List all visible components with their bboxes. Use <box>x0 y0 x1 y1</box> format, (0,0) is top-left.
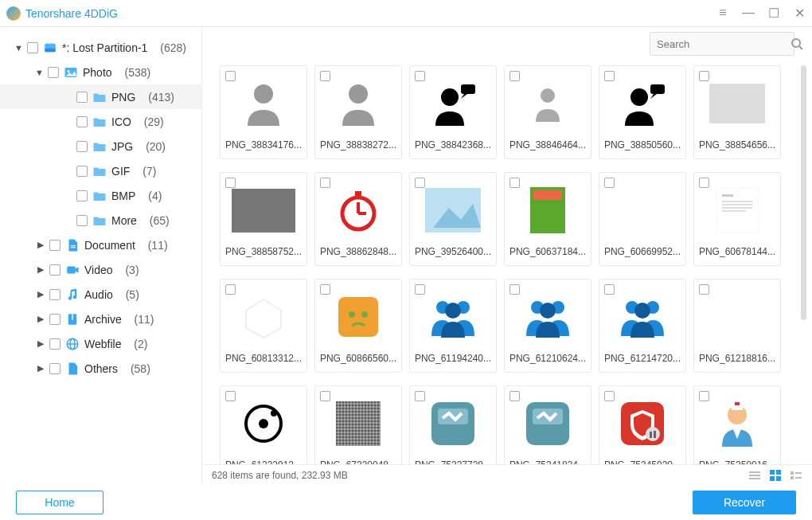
checkbox[interactable] <box>415 391 425 401</box>
chevron-right-icon[interactable]: ▶ <box>37 363 45 373</box>
checkbox[interactable] <box>509 71 520 81</box>
file-tile[interactable]: PNG_60637184... <box>504 172 591 266</box>
file-tile[interactable]: PNG_38834176... <box>220 65 307 159</box>
file-tile[interactable]: PNG_38850560... <box>599 65 686 159</box>
file-tile[interactable]: PNG_38858752... <box>220 172 307 266</box>
checkbox[interactable] <box>225 391 236 401</box>
checkbox[interactable] <box>49 240 61 251</box>
file-tile[interactable]: PNG_39526400... <box>409 172 497 266</box>
grid-view-icon[interactable] <box>769 469 782 482</box>
minimize-icon[interactable]: — <box>742 6 755 21</box>
home-button[interactable]: Home <box>16 491 103 514</box>
chevron-down-icon[interactable]: ▼ <box>35 68 43 77</box>
tree-category[interactable]: ▶Video (3) <box>0 257 201 282</box>
checkbox[interactable] <box>225 284 236 295</box>
detail-view-icon[interactable] <box>790 469 802 482</box>
recover-button[interactable]: Recover <box>693 491 796 514</box>
file-tile[interactable]: PNG_60678144... <box>693 172 781 266</box>
checkbox[interactable] <box>699 71 709 81</box>
checkbox[interactable] <box>76 215 88 226</box>
tree-category[interactable]: ▶Audio (5) <box>0 282 201 307</box>
checkbox[interactable] <box>49 264 61 276</box>
close-icon[interactable]: ✕ <box>793 6 806 21</box>
file-tile[interactable]: PNG_75341824... <box>504 385 591 464</box>
list-view-icon[interactable] <box>748 469 761 482</box>
file-tile[interactable]: PNG_61194240... <box>409 279 497 373</box>
checkbox[interactable] <box>320 391 330 401</box>
checkbox[interactable] <box>76 116 88 127</box>
checkbox[interactable] <box>320 71 330 81</box>
tree-filetype[interactable]: PNG (413) <box>0 84 201 109</box>
file-tile[interactable]: PNG_75337728... <box>409 385 497 464</box>
chevron-right-icon[interactable]: ▶ <box>37 289 45 299</box>
tree-category[interactable]: ▶Document (11) <box>0 233 201 257</box>
file-tile[interactable]: PNG_60866560... <box>314 279 402 373</box>
tree-filetype[interactable]: GIF (7) <box>0 158 201 183</box>
checkbox[interactable] <box>76 141 88 152</box>
svg-rect-76 <box>795 472 802 474</box>
file-tile[interactable]: PNG_38862848... <box>314 172 402 266</box>
file-tile[interactable]: PNG_38846464... <box>504 65 591 159</box>
file-tile[interactable]: PNG_61218816... <box>693 279 781 373</box>
checkbox[interactable] <box>76 166 88 177</box>
file-tile[interactable]: PNG_67330048... <box>314 385 402 464</box>
tree-category[interactable]: ▶Others (58) <box>0 356 201 381</box>
checkbox[interactable] <box>76 190 88 201</box>
tree-filetype[interactable]: JPG (20) <box>0 134 201 158</box>
checkbox[interactable] <box>320 178 330 188</box>
menu-icon[interactable]: ≡ <box>716 6 729 21</box>
tree-filetype[interactable]: More (65) <box>0 208 201 233</box>
chevron-right-icon[interactable]: ▶ <box>37 264 45 275</box>
checkbox[interactable] <box>509 284 520 295</box>
file-tile[interactable]: PNG_38854656... <box>693 65 781 159</box>
file-tile[interactable]: PNG_61214720... <box>599 279 686 373</box>
tree-label: Archive <box>84 313 122 326</box>
checkbox[interactable] <box>49 314 61 325</box>
checkbox[interactable] <box>604 391 615 401</box>
checkbox[interactable] <box>27 42 38 53</box>
checkbox[interactable] <box>76 92 88 103</box>
titlebar: Tenorshare 4DDiG ≡ — ☐ ✕ <box>0 0 812 27</box>
checkbox[interactable] <box>509 391 520 401</box>
tree-root[interactable]: ▼*: Lost Partition-1 (628) <box>0 35 201 60</box>
checkbox[interactable] <box>415 71 425 81</box>
tree-category[interactable]: ▶Webfile (2) <box>0 331 201 356</box>
file-tile[interactable]: PNG_75350016... <box>693 385 781 464</box>
checkbox[interactable] <box>699 391 709 401</box>
file-tile[interactable]: PNG_38842368... <box>409 65 497 159</box>
file-tile[interactable]: PNG_38838272... <box>314 65 402 159</box>
chevron-down-icon[interactable]: ▼ <box>14 43 22 53</box>
file-name: PNG_38838272... <box>315 139 401 151</box>
checkbox[interactable] <box>509 178 520 188</box>
checkbox[interactable] <box>225 71 236 81</box>
file-tile[interactable]: PNG_60669952... <box>599 172 686 266</box>
checkbox[interactable] <box>604 71 615 81</box>
file-tile[interactable]: PNG_75345920... <box>599 385 686 464</box>
checkbox[interactable] <box>49 363 61 374</box>
chevron-right-icon[interactable]: ▶ <box>37 240 45 250</box>
file-tile[interactable]: PNG_61222912... <box>220 385 307 464</box>
tree-photo[interactable]: ▼Photo (538) <box>0 60 201 84</box>
checkbox[interactable] <box>415 284 425 295</box>
thumbnail <box>228 286 299 348</box>
tree-filetype[interactable]: BMP (4) <box>0 183 201 208</box>
scrollbar[interactable] <box>801 65 806 320</box>
checkbox[interactable] <box>415 178 425 188</box>
checkbox[interactable] <box>604 284 615 295</box>
checkbox[interactable] <box>699 178 709 188</box>
tree-filetype[interactable]: ICO (29) <box>0 109 201 134</box>
checkbox[interactable] <box>49 289 61 300</box>
checkbox[interactable] <box>48 67 59 78</box>
tree-category[interactable]: ▶Archive (11) <box>0 307 201 331</box>
checkbox[interactable] <box>320 284 330 295</box>
svg-rect-75 <box>791 471 794 475</box>
checkbox[interactable] <box>49 338 61 350</box>
checkbox[interactable] <box>225 178 236 188</box>
checkbox[interactable] <box>604 178 615 188</box>
chevron-right-icon[interactable]: ▶ <box>37 314 45 324</box>
maximize-icon[interactable]: ☐ <box>767 6 780 21</box>
checkbox[interactable] <box>699 284 709 295</box>
chevron-right-icon[interactable]: ▶ <box>37 338 45 349</box>
file-tile[interactable]: PNG_61210624... <box>504 279 591 373</box>
file-tile[interactable]: PNG_60813312... <box>220 279 307 373</box>
